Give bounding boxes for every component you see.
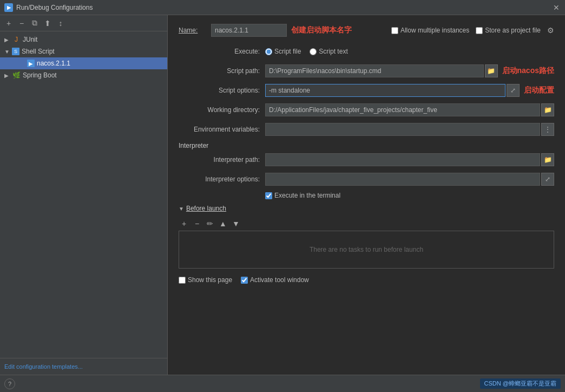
title-bar: ▶ Run/Debug Configurations ✕ — [0, 0, 565, 15]
activate-tool-window-checkbox[interactable] — [241, 277, 248, 284]
interpreter-options-input[interactable] — [265, 173, 540, 186]
shell-icon: S — [12, 48, 19, 55]
name-row-right: Allow multiple instances Store as projec… — [391, 26, 554, 35]
working-directory-input[interactable] — [265, 103, 540, 116]
before-launch-content: There are no tasks to run before launch — [179, 231, 554, 269]
script-options-input[interactable] — [265, 84, 505, 97]
store-as-project-checkbox[interactable] — [476, 27, 483, 34]
script-path-browse-button[interactable]: 📁 — [485, 64, 498, 77]
before-launch-header: ▼ Before launch — [179, 205, 554, 212]
tree-item-spring-boot[interactable]: ▶ 🌿 Spring Boot — [0, 69, 167, 81]
before-launch-down-button[interactable]: ▼ — [231, 218, 241, 229]
interpreter-path-label: Interpreter path: — [179, 156, 265, 164]
before-launch-section: ▼ Before launch + − ✏ ▲ ▼ There are no t… — [179, 205, 554, 269]
env-variables-row: Environment variables: ⋮ — [179, 122, 554, 136]
store-as-project-label: Store as project file — [476, 27, 541, 34]
allow-multiple-label: Allow multiple instances — [391, 27, 469, 34]
script-options-annotation: 启动配置 — [524, 86, 554, 95]
script-path-control: 📁 启动nacos路径 — [265, 64, 554, 77]
show-this-page-checkbox[interactable] — [179, 277, 186, 284]
close-button[interactable]: ✕ — [552, 3, 561, 12]
no-tasks-text: There are no tasks to run before launch — [310, 246, 423, 253]
name-row: Name: 创建启动脚本名字 Allow multiple instances … — [179, 24, 554, 37]
before-launch-title[interactable]: Before launch — [186, 205, 226, 212]
interpreter-path-browse-button[interactable]: 📁 — [541, 153, 554, 166]
main-layout: + − ⧉ ⬆ ↕ ▶ J JUnit ▼ S Shell Script ▶ — [0, 15, 565, 375]
interpreter-options-expand-button[interactable]: ⤢ — [541, 173, 554, 186]
script-file-radio[interactable] — [265, 48, 272, 55]
before-launch-toolbar: + − ✏ ▲ ▼ — [179, 217, 554, 231]
tree-label-nacos: nacos.2.1.1 — [37, 60, 70, 67]
script-path-annotation: 启动nacos路径 — [502, 66, 554, 76]
tree-arrow-shell: ▼ — [4, 49, 11, 55]
add-config-button[interactable]: + — [3, 18, 14, 29]
window-controls: ✕ — [552, 3, 561, 12]
before-launch-remove-button[interactable]: − — [192, 218, 202, 229]
script-path-row: Script path: 📁 启动nacos路径 — [179, 64, 554, 78]
allow-multiple-checkbox[interactable] — [391, 27, 398, 34]
status-right: CSDN @蟑螂亚霸不是亚霸 — [480, 378, 561, 389]
script-options-row: Script options: ⤢ 启动配置 — [179, 83, 554, 97]
sort-config-button[interactable]: ↕ — [55, 18, 66, 29]
env-variables-edit-button[interactable]: ⋮ — [541, 123, 554, 136]
edit-templates-link[interactable]: Edit configuration templates... — [4, 363, 83, 370]
window-title: Run/Debug Configurations — [16, 4, 552, 11]
interpreter-options-control: ⤢ — [265, 173, 554, 186]
tree-label-spring: Spring Boot — [23, 71, 57, 79]
before-launch-edit-button[interactable]: ✏ — [205, 218, 215, 229]
tree-item-junit[interactable]: ▶ J JUnit — [0, 34, 167, 45]
env-variables-label: Environment variables: — [179, 126, 265, 133]
tree-label-shell: Shell Script — [22, 48, 55, 55]
content-area: Name: 创建启动脚本名字 Allow multiple instances … — [168, 15, 565, 375]
script-options-label: Script options: — [179, 87, 265, 94]
tree-item-shell-script[interactable]: ▼ S Shell Script — [0, 45, 167, 57]
execute-row: Execute: Script file Script text — [179, 44, 554, 58]
before-launch-add-button[interactable]: + — [179, 218, 189, 229]
execute-terminal-label: Execute in the terminal — [265, 192, 340, 199]
tree-label-junit: JUnit — [23, 36, 37, 43]
bottom-checkboxes: Show this page Activate tool window — [179, 272, 554, 284]
tree-arrow-junit: ▶ — [4, 37, 11, 43]
help-button[interactable]: ? — [4, 378, 15, 389]
config-form: Name: 创建启动脚本名字 Allow multiple instances … — [168, 15, 565, 375]
copy-config-button[interactable]: ⧉ — [29, 18, 40, 29]
name-input[interactable] — [211, 24, 287, 37]
move-config-button[interactable]: ⬆ — [42, 18, 53, 29]
interpreter-path-row: Interpreter path: 📁 — [179, 153, 554, 167]
interpreter-options-label: Interpreter options: — [179, 175, 265, 183]
settings-icon[interactable]: ⚙ — [547, 26, 554, 35]
config-tree: ▶ J JUnit ▼ S Shell Script ▶ nacos.2.1.1… — [0, 31, 167, 358]
spring-icon: 🌿 — [12, 71, 21, 80]
name-label: Name: — [179, 27, 211, 34]
show-this-page-label: Show this page — [179, 276, 232, 284]
interpreter-options-row: Interpreter options: ⤢ — [179, 172, 554, 186]
before-launch-up-button[interactable]: ▲ — [218, 218, 228, 229]
remove-config-button[interactable]: − — [16, 18, 27, 29]
interpreter-path-input[interactable] — [265, 153, 540, 166]
script-options-expand-button[interactable]: ⤢ — [507, 84, 520, 97]
nacos-icon: ▶ — [27, 60, 35, 67]
script-options-control: ⤢ 启动配置 — [265, 84, 554, 97]
env-variables-control: ⋮ — [265, 123, 554, 136]
interpreter-header: Interpreter — [179, 142, 208, 149]
script-path-input[interactable] — [265, 64, 484, 77]
env-variables-input[interactable] — [265, 123, 540, 136]
script-path-label: Script path: — [179, 67, 265, 75]
before-launch-arrow: ▼ — [179, 206, 184, 212]
script-text-radio-label: Script text — [310, 48, 347, 55]
tree-item-nacos[interactable]: ▶ nacos.2.1.1 — [0, 57, 167, 69]
junit-icon: J — [12, 35, 21, 44]
tree-arrow-spring: ▶ — [4, 73, 11, 79]
execute-terminal-row: Execute in the terminal — [265, 192, 554, 199]
script-file-radio-label: Script file — [265, 48, 301, 55]
interpreter-section: Interpreter — [179, 142, 554, 149]
sidebar-toolbar: + − ⧉ ⬆ ↕ — [0, 15, 167, 31]
execute-terminal-checkbox[interactable] — [265, 192, 272, 199]
activate-tool-window-label: Activate tool window — [241, 276, 309, 284]
interpreter-path-control: 📁 — [265, 153, 554, 166]
app-icon: ▶ — [4, 3, 13, 12]
sidebar-bottom: Edit configuration templates... — [0, 358, 167, 375]
script-text-radio[interactable] — [310, 48, 317, 55]
working-directory-browse-button[interactable]: 📁 — [541, 103, 554, 116]
name-annotation: 创建启动脚本名字 — [291, 25, 352, 35]
